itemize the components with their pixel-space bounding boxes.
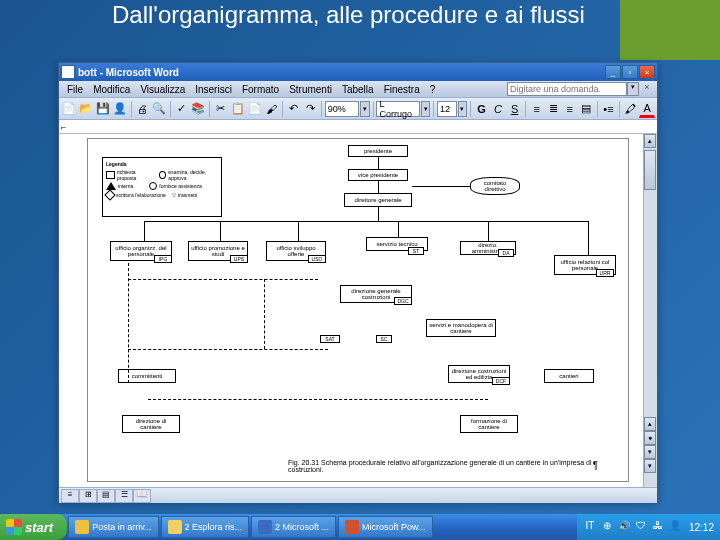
redo-button[interactable]: ↷ bbox=[302, 100, 317, 118]
menu-table[interactable]: Tabella bbox=[338, 83, 380, 96]
minimize-button[interactable]: _ bbox=[605, 65, 621, 79]
slide-title: Dall'organigramma, alle procedure e ai f… bbox=[112, 2, 585, 28]
titlebar: bott - Microsoft Word _ ▫ × bbox=[59, 63, 657, 81]
open-button[interactable]: 📂 bbox=[78, 100, 94, 118]
help-dropdown-icon[interactable]: ▾ bbox=[627, 82, 639, 96]
undo-button[interactable]: ↶ bbox=[286, 100, 301, 118]
cut-button[interactable]: ✂ bbox=[213, 100, 228, 118]
taskbar-item-explorer[interactable]: 2 Esplora ris... bbox=[161, 516, 250, 538]
align-right-button[interactable]: ≡ bbox=[562, 100, 577, 118]
taskbar-item-word[interactable]: 2 Microsoft ... bbox=[251, 516, 336, 538]
align-left-button[interactable]: ≡ bbox=[529, 100, 544, 118]
word-app-icon bbox=[61, 65, 75, 79]
org-chart-diagram: Legenda richiesta propostaesamina, decid… bbox=[88, 139, 628, 481]
tray-shield-icon[interactable]: 🛡 bbox=[634, 520, 648, 534]
underline-button[interactable]: S bbox=[507, 100, 522, 118]
copy-button[interactable]: 📋 bbox=[230, 100, 246, 118]
start-button[interactable]: start bbox=[0, 514, 67, 540]
figure-caption: Fig. 20.31 Schema procedurale relativo a… bbox=[288, 459, 628, 473]
bullets-button[interactable]: •≡ bbox=[601, 100, 616, 118]
code-ups: UPS bbox=[230, 255, 248, 263]
tray-network-icon[interactable]: 🖧 bbox=[651, 520, 665, 534]
menu-file[interactable]: File bbox=[63, 83, 89, 96]
vertical-scrollbar[interactable]: ▴ ▴ ● ▾ ▾ bbox=[643, 134, 657, 487]
style-dropdown-icon[interactable]: ▾ bbox=[421, 101, 431, 117]
web-view-button[interactable]: ⊞ bbox=[79, 489, 97, 503]
box-vice-presidente: vice presidente bbox=[348, 169, 408, 181]
mail-icon bbox=[75, 520, 89, 534]
preview-button[interactable]: 🔍 bbox=[151, 100, 167, 118]
scroll-thumb[interactable] bbox=[644, 150, 656, 190]
highlight-button[interactable]: 🖍 bbox=[623, 100, 638, 118]
menu-help[interactable]: ? bbox=[426, 83, 442, 96]
print-button[interactable]: 🖨 bbox=[135, 100, 150, 118]
align-center-button[interactable]: ≣ bbox=[546, 100, 561, 118]
prev-page-button[interactable]: ▴ bbox=[644, 417, 656, 431]
italic-button[interactable]: C bbox=[490, 100, 505, 118]
close-button[interactable]: × bbox=[639, 65, 655, 79]
code-urr: URR bbox=[596, 269, 614, 277]
style-input[interactable]: L Corrugo bbox=[376, 101, 419, 117]
font-color-button[interactable]: A bbox=[639, 100, 654, 118]
box-formazione: formazione di cantiere bbox=[460, 415, 518, 433]
box-presidente: presidente bbox=[348, 145, 408, 157]
reading-view-button[interactable]: 📖 bbox=[133, 489, 151, 503]
scroll-up-arrow[interactable]: ▴ bbox=[644, 134, 656, 148]
new-doc-button[interactable]: 📄 bbox=[61, 100, 77, 118]
menubar: File Modifica Visualizza Inserisci Forma… bbox=[59, 81, 657, 98]
window-title: bott - Microsoft Word bbox=[78, 67, 605, 78]
tray-msn-icon[interactable]: 👤 bbox=[668, 520, 682, 534]
ruler: ⌐ bbox=[59, 120, 657, 134]
status-bar: ≡ ⊞ ▤ ☰ 📖 bbox=[59, 487, 657, 503]
bold-button[interactable]: G bbox=[474, 100, 489, 118]
menu-view[interactable]: Visualizza bbox=[136, 83, 191, 96]
menu-edit[interactable]: Modifica bbox=[89, 83, 136, 96]
select-browse-button[interactable]: ● bbox=[644, 431, 656, 445]
menu-window[interactable]: Finestra bbox=[380, 83, 426, 96]
font-size-input[interactable]: 12 bbox=[437, 101, 456, 117]
format-painter-button[interactable]: 🖌 bbox=[264, 100, 279, 118]
code-dcf: DCF bbox=[492, 377, 510, 385]
next-page-button[interactable]: ▾ bbox=[644, 445, 656, 459]
help-close-button[interactable]: × bbox=[641, 82, 653, 96]
scroll-down-arrow[interactable]: ▾ bbox=[644, 459, 656, 473]
legend-title: Legenda bbox=[106, 161, 218, 167]
normal-view-button[interactable]: ≡ bbox=[61, 489, 79, 503]
tray-bt-icon[interactable]: ⊕ bbox=[600, 520, 614, 534]
slide-accent-box bbox=[620, 0, 720, 60]
maximize-button[interactable]: ▫ bbox=[622, 65, 638, 79]
start-label: start bbox=[25, 520, 53, 535]
menu-insert[interactable]: Inserisci bbox=[191, 83, 238, 96]
document-page[interactable]: Legenda richiesta propostaesamina, decid… bbox=[87, 138, 629, 482]
tray-lang-icon[interactable]: IT bbox=[583, 520, 597, 534]
code-ipg: IPG bbox=[154, 255, 172, 263]
save-button[interactable]: 💾 bbox=[95, 100, 111, 118]
zoom-input[interactable]: 90% bbox=[325, 101, 359, 117]
zoom-dropdown-icon[interactable]: ▾ bbox=[360, 101, 370, 117]
font-size-dropdown-icon[interactable]: ▾ bbox=[458, 101, 468, 117]
help-search-input[interactable] bbox=[507, 82, 627, 96]
taskbar-item-mail[interactable]: Posta in arriv... bbox=[68, 516, 158, 538]
code-dgc: DGC bbox=[394, 297, 412, 305]
print-view-button[interactable]: ▤ bbox=[97, 489, 115, 503]
spellcheck-button[interactable]: ✓ bbox=[174, 100, 189, 118]
tray-volume-icon[interactable]: 🔊 bbox=[617, 520, 631, 534]
research-button[interactable]: 📚 bbox=[190, 100, 206, 118]
menu-format[interactable]: Formato bbox=[238, 83, 285, 96]
box-committenti: committenti bbox=[118, 369, 176, 383]
menu-tools[interactable]: Strumenti bbox=[285, 83, 338, 96]
permission-button[interactable]: 👤 bbox=[112, 100, 128, 118]
powerpoint-icon bbox=[345, 520, 359, 534]
paste-button[interactable]: 📄 bbox=[247, 100, 263, 118]
tray-clock[interactable]: 12:12 bbox=[689, 522, 714, 533]
legend: Legenda richiesta propostaesamina, decid… bbox=[102, 157, 222, 217]
taskbar-item-label: Posta in arriv... bbox=[92, 522, 151, 532]
code-sc: SC bbox=[376, 335, 392, 343]
taskbar-item-powerpoint[interactable]: Microsoft Pow... bbox=[338, 516, 433, 538]
ruler-marker[interactable]: ⌐ bbox=[61, 122, 66, 132]
justify-button[interactable]: ▤ bbox=[579, 100, 594, 118]
legend-item: fornisce assistenza bbox=[159, 183, 202, 189]
document-area: Legenda richiesta propostaesamina, decid… bbox=[59, 134, 657, 487]
outline-view-button[interactable]: ☰ bbox=[115, 489, 133, 503]
toolbar-standard: 📄 📂 💾 👤 🖨 🔍 ✓ 📚 ✂ 📋 📄 🖌 ↶ ↷ 90% ▾ L Corr… bbox=[59, 98, 657, 120]
